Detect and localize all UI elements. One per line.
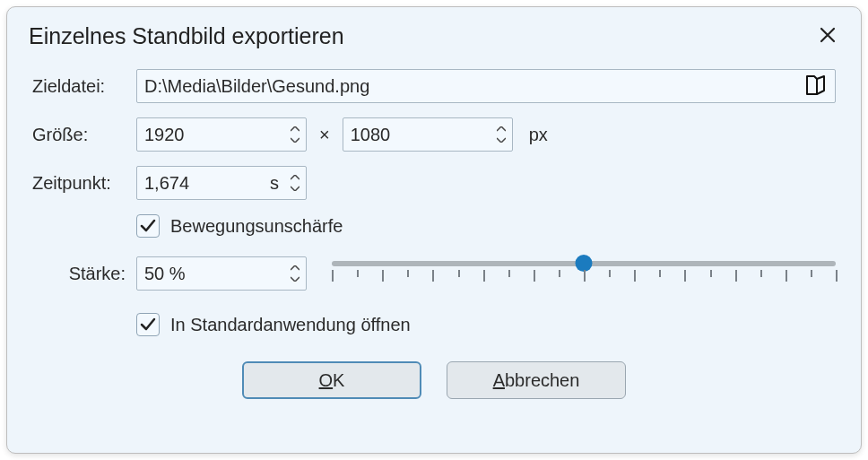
ok-button[interactable]: OK <box>242 361 421 399</box>
timestamp-value: 1,674 <box>144 173 284 194</box>
chevron-up-icon <box>291 265 299 271</box>
width-field[interactable]: 1920 <box>136 117 307 152</box>
strength-row: Stärke: 50 % <box>32 256 836 291</box>
timestamp-row: Zeitpunkt: 1,674 s <box>32 166 836 200</box>
dialog-title: Einzelnes Standbild exportieren <box>29 23 344 49</box>
close-icon <box>820 27 836 43</box>
check-icon <box>140 317 156 333</box>
strength-label: Stärke: <box>32 264 136 284</box>
size-row: Größe: 1920 × 1080 px <box>32 117 836 152</box>
chevron-up-icon <box>291 175 299 180</box>
export-frame-dialog: Einzelnes Standbild exportieren Zieldate… <box>6 6 862 454</box>
chevron-down-icon <box>291 137 299 143</box>
motion-blur-checkbox[interactable] <box>136 214 160 238</box>
titlebar: Einzelnes Standbild exportieren <box>7 7 861 60</box>
strength-value: 50 % <box>144 264 284 284</box>
strength-up[interactable] <box>286 264 304 273</box>
target-file-field[interactable]: D:\Media\Bilder\Gesund.png <box>136 69 836 103</box>
timestamp-unit: s <box>270 173 279 194</box>
target-file-label: Zieldatei: <box>32 76 136 97</box>
button-bar: OK Abbrechen <box>32 361 836 399</box>
strength-slider[interactable] <box>332 256 836 291</box>
target-file-value: D:\Media\Bilder\Gesund.png <box>144 76 803 97</box>
open-default-checkbox[interactable] <box>136 313 160 336</box>
chevron-up-icon <box>497 126 506 132</box>
height-up[interactable] <box>492 125 510 134</box>
target-file-row: Zieldatei: D:\Media\Bilder\Gesund.png <box>32 69 836 103</box>
close-button[interactable] <box>816 25 839 48</box>
strength-down[interactable] <box>286 274 304 283</box>
size-label: Größe: <box>32 125 136 145</box>
multiply-symbol: × <box>319 125 330 145</box>
height-field[interactable]: 1080 <box>343 117 513 152</box>
open-default-row: In Standardanwendung öffnen <box>136 313 836 336</box>
strength-field[interactable]: 50 % <box>136 256 307 291</box>
timestamp-spinner[interactable] <box>286 168 304 198</box>
open-default-label[interactable]: In Standardanwendung öffnen <box>170 315 411 335</box>
height-spinner[interactable] <box>492 119 510 150</box>
motion-blur-label[interactable]: Bewegungsunschärfe <box>170 216 343 237</box>
strength-spinner[interactable] <box>286 258 304 289</box>
check-icon <box>140 218 156 234</box>
dialog-body: Zieldatei: D:\Media\Bilder\Gesund.png Gr… <box>7 60 861 399</box>
folder-open-icon <box>804 74 828 98</box>
timestamp-label: Zeitpunkt: <box>32 173 136 194</box>
browse-button[interactable] <box>803 74 828 98</box>
height-value: 1080 <box>351 125 490 145</box>
chevron-down-icon <box>291 276 299 282</box>
timestamp-up[interactable] <box>286 173 304 182</box>
chevron-up-icon <box>291 126 299 132</box>
height-down[interactable] <box>492 135 510 144</box>
cancel-button[interactable]: Abbrechen <box>447 361 626 399</box>
width-value: 1920 <box>144 125 284 145</box>
chevron-down-icon <box>291 186 299 191</box>
width-spinner[interactable] <box>286 119 304 150</box>
size-unit: px <box>529 125 548 145</box>
chevron-down-icon <box>497 137 506 143</box>
motion-blur-row: Bewegungsunschärfe <box>136 214 836 238</box>
slider-ticks <box>332 270 836 282</box>
timestamp-field[interactable]: 1,674 s <box>136 166 307 200</box>
width-up[interactable] <box>286 125 304 134</box>
timestamp-down[interactable] <box>286 184 304 193</box>
width-down[interactable] <box>286 135 304 144</box>
